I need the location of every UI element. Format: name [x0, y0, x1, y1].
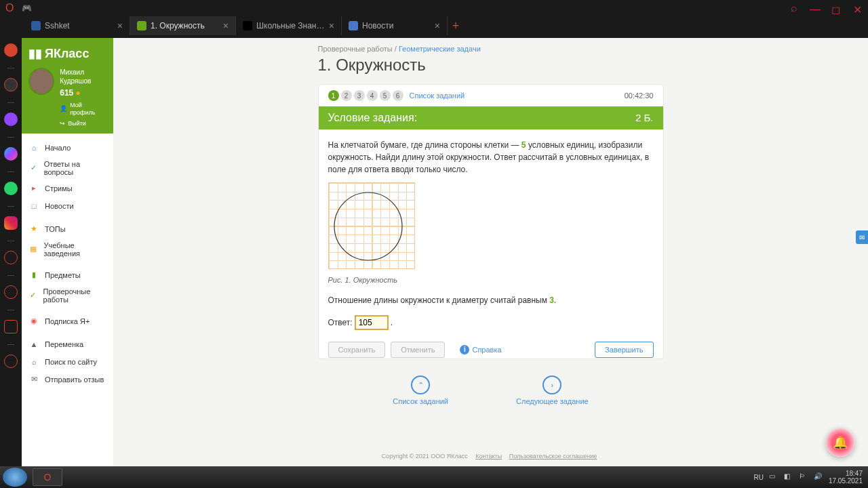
menu-label: Подписка Я+	[45, 317, 90, 325]
tab-close-icon[interactable]: ×	[329, 20, 334, 31]
step-5[interactable]: 5	[380, 90, 391, 101]
new-tab-button[interactable]: +	[448, 19, 464, 33]
sidebar-item[interactable]: ▦Учебные заведения	[22, 238, 113, 261]
step-3[interactable]: 3	[354, 90, 365, 101]
tray-security-icon[interactable]: ◧	[784, 472, 793, 482]
my-profile-link[interactable]: 👤 Мой профиль	[60, 102, 106, 117]
nav-list[interactable]: ⌃ Список заданий	[393, 375, 448, 405]
act-folder[interactable]	[4, 78, 18, 92]
sidebar-item[interactable]: ▸Стримы	[22, 180, 113, 197]
step-6[interactable]: 6	[393, 90, 403, 101]
nav-next[interactable]: › Следующее задание	[516, 375, 589, 405]
menu-icon: ▲	[28, 339, 39, 350]
step-bar: 123456Список заданий00:42:30	[319, 85, 663, 106]
act-clock[interactable]	[4, 285, 18, 299]
tab-2[interactable]: Школьные Знания.com - П×	[236, 16, 342, 35]
tab-close-icon[interactable]: ×	[223, 20, 229, 31]
act-gear[interactable]	[4, 354, 18, 368]
menu-label: Поиск по сайту	[45, 358, 97, 366]
menu-label: Переменка	[45, 340, 83, 348]
breadcrumb-link[interactable]: Геометрические задачи	[399, 45, 481, 53]
help-button[interactable]: iСправка	[450, 342, 511, 358]
act-whatsapp[interactable]	[4, 182, 18, 195]
tray-flag-icon[interactable]: ▭	[769, 472, 778, 482]
sidebar-item[interactable]: ⌕Поиск по сайту	[22, 353, 113, 371]
main-area: Проверочные работы / Геометрические зада…	[113, 38, 868, 466]
start-button[interactable]	[3, 468, 27, 487]
discord-icon[interactable]: 🎮	[22, 3, 32, 13]
sidebar-item[interactable]: □Новости	[22, 197, 113, 215]
bottom-nav: ⌃ Список заданий › Следующее задание	[318, 375, 664, 405]
act-record[interactable]	[4, 251, 18, 264]
step-4[interactable]: 4	[367, 90, 378, 101]
act-instagram[interactable]	[4, 216, 18, 230]
feedback-tab[interactable]: ✉	[856, 230, 868, 244]
tray-net-icon[interactable]: 🏳	[799, 472, 808, 482]
cancel-button[interactable]: Отменить	[391, 342, 445, 358]
tab-favicon	[137, 21, 146, 30]
close-icon[interactable]: ✕	[853, 3, 863, 13]
sidebar-item[interactable]: ▮Предметы	[22, 266, 113, 284]
figure	[328, 182, 415, 269]
sidebar-item[interactable]: ★ТОПы	[22, 220, 113, 238]
ratio-text: Отношение длины окружности к диаметру сч…	[328, 294, 654, 306]
windows-taskbar: O RU ▭ ◧ 🏳 🔊 18:47 17.05.2021	[0, 466, 868, 488]
minimize-icon[interactable]: —	[810, 3, 819, 13]
act-messenger[interactable]	[4, 147, 18, 161]
logout-link[interactable]: ↪ Выйти	[60, 120, 106, 128]
menu-icon: ▸	[28, 183, 39, 194]
menu-label: Начало	[45, 144, 71, 152]
sidebar-item[interactable]: ▲Переменка	[22, 336, 113, 353]
step-list-link[interactable]: Список заданий	[410, 92, 465, 100]
notification-bell[interactable]: 🔔	[826, 428, 854, 457]
menu-label: ТОПы	[45, 225, 66, 233]
os-titlebar: O 🎮 ⌕ — ◻ ✕	[0, 0, 868, 16]
taskbar-app-opera[interactable]: O	[33, 468, 62, 486]
sidebar-item[interactable]: ◉Подписка Я+	[22, 312, 113, 330]
app-sidebar: ▮▮ ЯКласс Михаил Кудряшов 615 ● 👤 Мой пр…	[22, 38, 113, 466]
profile-name: Михаил Кудряшов	[60, 68, 106, 85]
menu-label: Отправить отзыв	[45, 375, 104, 384]
tab-close-icon[interactable]: ×	[435, 20, 440, 31]
search-icon[interactable]: ⌕	[791, 2, 797, 14]
finish-button[interactable]: Завершить	[595, 342, 653, 358]
tray-lang[interactable]: RU	[753, 474, 763, 481]
tab-3[interactable]: Новости×	[342, 16, 448, 35]
menu-icon: ★	[28, 224, 39, 235]
page-content: ▮▮ ЯКласс Михаил Кудряшов 615 ● 👤 Мой пр…	[22, 38, 868, 466]
tab-favicon	[243, 21, 252, 30]
figure-caption: Рис. 1. Окружность	[328, 274, 654, 286]
act-twitch[interactable]	[4, 113, 18, 126]
menu-label: Предметы	[45, 271, 81, 279]
tab-1[interactable]: 1. Окружность×	[130, 16, 236, 35]
step-1[interactable]: 1	[328, 90, 339, 101]
maximize-icon[interactable]: ◻	[831, 3, 841, 13]
menu-icon: □	[28, 201, 39, 211]
menu-icon: ⌕	[28, 357, 39, 367]
menu-icon: ✉	[28, 374, 39, 385]
info-icon: i	[460, 345, 469, 354]
tray-volume-icon[interactable]: 🔊	[814, 472, 823, 482]
act-dash[interactable]	[4, 43, 18, 57]
sidebar-item[interactable]: ✉Отправить отзыв	[22, 371, 113, 388]
sidebar-item[interactable]: ✓Проверочные работы	[22, 284, 113, 307]
opera-icon[interactable]: O	[5, 2, 14, 14]
tray-clock[interactable]: 18:47 17.05.2021	[829, 470, 863, 485]
tab-0[interactable]: Sshket×	[24, 16, 130, 35]
act-box[interactable]	[4, 320, 18, 333]
tab-label: Sshket	[45, 21, 113, 30]
answer-input[interactable]	[355, 316, 388, 329]
footer-contacts[interactable]: Контакты	[475, 453, 502, 460]
tab-close-icon[interactable]: ×	[117, 20, 123, 31]
save-button[interactable]: Сохранить	[328, 342, 386, 358]
step-2[interactable]: 2	[341, 90, 352, 101]
logo[interactable]: ▮▮ ЯКласс	[28, 46, 106, 61]
footer-terms[interactable]: Пользовательское соглашение	[509, 453, 597, 460]
avatar[interactable]	[28, 68, 54, 95]
menu-icon: ◉	[28, 316, 39, 327]
sidebar-item[interactable]: ✓Ответы на вопросы	[22, 157, 113, 180]
chevron-right-icon: ›	[542, 375, 561, 394]
sidebar-item[interactable]: ⌂Начало	[22, 139, 113, 157]
menu-icon: ✓	[28, 163, 39, 174]
tab-bar: Sshket×1. Окружность×Школьные Знания.com…	[0, 16, 868, 35]
